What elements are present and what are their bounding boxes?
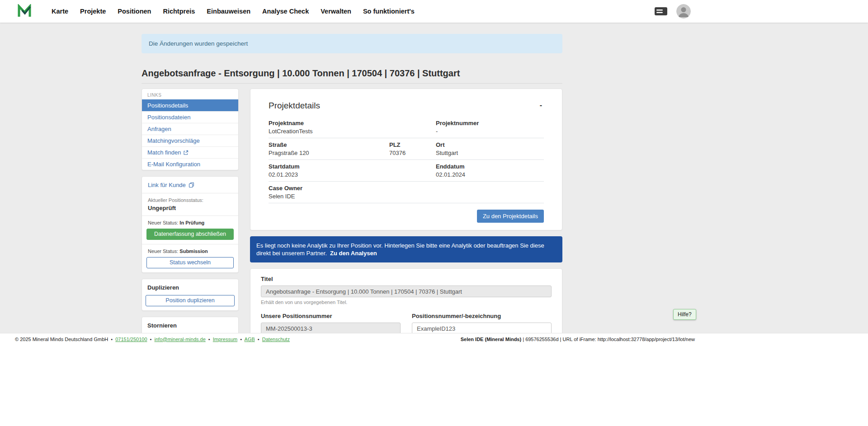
field-plz: PLZ 70376 bbox=[389, 141, 436, 156]
customer-link-section: Link für Kunde bbox=[142, 177, 238, 193]
sidebar-item-positionsdetails[interactable]: Positionsdetails bbox=[142, 99, 238, 111]
impressum-link[interactable]: Impressum bbox=[213, 337, 237, 342]
position-number-label: Positionsnummer/-bezeichnung bbox=[412, 313, 552, 319]
table-row: Case Owner Selen IDE bbox=[269, 182, 544, 203]
copyright-text: © 2025 Mineral Minds Deutschland GmbH bbox=[15, 337, 108, 342]
top-navbar: Karte Projekte Positionen Richtpreis Ein… bbox=[0, 0, 868, 23]
table-row: Projektname LotCreationTests Projektnumm… bbox=[269, 117, 544, 138]
field-strasse: Straße Pragstraße 120 bbox=[269, 141, 389, 156]
email-link[interactable]: info@mineral-minds.de bbox=[155, 337, 206, 342]
nav-item-einbauweisen[interactable]: Einbauweisen bbox=[207, 8, 250, 15]
navbar-right bbox=[654, 4, 691, 19]
next-status-label-1: Neuer Status: In Prüfung bbox=[146, 220, 234, 225]
field-value: LotCreationTests bbox=[269, 128, 436, 135]
field-value: Stuttgart bbox=[436, 150, 544, 156]
copy-icon bbox=[189, 182, 194, 188]
title-field-helper: Erhält den von uns vorgegebenen Titel. bbox=[261, 300, 552, 305]
nav-item-analyse-check[interactable]: Analyse Check bbox=[262, 8, 309, 15]
nav-item-positionen[interactable]: Positionen bbox=[118, 8, 151, 15]
field-case-owner: Case Owner Selen IDE bbox=[269, 185, 436, 200]
current-status-section: Aktueller Positionsstatus: Ungeprüft bbox=[142, 193, 238, 216]
customer-link[interactable]: Link für Kunde bbox=[146, 182, 194, 188]
table-row: Startdatum 02.01.2023 Enddatum 02.01.202… bbox=[269, 160, 544, 182]
project-details-card: Projektdetails - Projektname LotCreation… bbox=[250, 89, 562, 230]
next-status-value-2: Submission bbox=[179, 248, 208, 254]
field-value: 70376 bbox=[389, 150, 436, 156]
field-projektname: Projektname LotCreationTests bbox=[269, 120, 436, 135]
current-status-label: Aktueller Positionsstatus: bbox=[146, 197, 234, 203]
position-form-card: Titel Erhält den von uns vorgegebenen Ti… bbox=[250, 268, 562, 333]
sidebar-item-match-finden[interactable]: Match finden bbox=[142, 146, 238, 158]
our-position-number-label: Unsere Positionsnummer bbox=[261, 313, 401, 319]
user-avatar[interactable] bbox=[676, 4, 691, 19]
sidebar-links-card: LINKS Positionsdetails Positionsdateien … bbox=[142, 89, 239, 170]
switch-status-button[interactable]: Status wechseln bbox=[146, 257, 234, 268]
duplicate-position-button[interactable]: Position duplizieren bbox=[146, 295, 235, 306]
field-label: Case Owner bbox=[269, 185, 436, 192]
status-card: Link für Kunde Aktueller Positionsstatus… bbox=[142, 176, 239, 273]
server-icon[interactable] bbox=[654, 6, 668, 16]
field-label: PLZ bbox=[389, 141, 436, 148]
two-column-layout: LINKS Positionsdetails Positionsdateien … bbox=[142, 89, 562, 333]
field-value: Selen IDE bbox=[269, 193, 436, 200]
mineral-minds-logo-icon bbox=[17, 4, 32, 19]
analytics-banner-text: Es liegt noch keine Analytik zu Ihrer Po… bbox=[256, 242, 544, 257]
links-header: LINKS bbox=[142, 89, 238, 99]
agb-link[interactable]: AGB bbox=[245, 337, 255, 342]
content-container: Die Änderungen wurden gespeichert Angebo… bbox=[142, 23, 562, 333]
footer-separator: • bbox=[111, 337, 113, 342]
footer-separator: • bbox=[240, 337, 242, 342]
collapse-panel-button[interactable]: - bbox=[538, 101, 544, 110]
to-analyses-link[interactable]: Zu den Analysen bbox=[330, 250, 377, 257]
nav-item-richtpreis[interactable]: Richtpreis bbox=[163, 8, 195, 15]
field-startdatum: Startdatum 02.01.2023 bbox=[269, 163, 436, 178]
customer-link-label: Link für Kunde bbox=[148, 182, 186, 188]
next-status-section-2: Neuer Status: Submission Status wechseln bbox=[142, 244, 238, 272]
title-input[interactable] bbox=[261, 286, 552, 297]
nav-item-projekte[interactable]: Projekte bbox=[80, 8, 106, 15]
our-position-number-input[interactable] bbox=[261, 323, 401, 333]
footer: © 2025 Mineral Minds Deutschland GmbH • … bbox=[0, 333, 868, 345]
brand-logo[interactable] bbox=[17, 4, 32, 19]
main-nav: Karte Projekte Positionen Richtpreis Ein… bbox=[52, 8, 415, 15]
field-projektnummer: Projektnummer - bbox=[436, 120, 544, 135]
footer-separator: • bbox=[208, 337, 210, 342]
to-project-details-button[interactable]: Zu den Projektdetails bbox=[477, 210, 544, 223]
field-enddatum: Enddatum 02.01.2024 bbox=[436, 163, 544, 178]
complete-data-entry-button[interactable]: Datenerfassung abschließen bbox=[146, 229, 234, 240]
datenschutz-link[interactable]: Datenschutz bbox=[262, 337, 290, 342]
next-status-label-2: Neuer Status: Submission bbox=[146, 248, 234, 254]
field-label: Projektname bbox=[269, 120, 436, 126]
nav-item-karte[interactable]: Karte bbox=[52, 8, 68, 15]
sidebar-item-email-konfiguration[interactable]: E-Mail Konfiguration bbox=[142, 158, 238, 170]
footer-left: © 2025 Mineral Minds Deutschland GmbH • … bbox=[15, 337, 290, 342]
sidebar-item-anfragen[interactable]: Anfragen bbox=[142, 123, 238, 135]
cancel-card-title: Stornieren bbox=[146, 322, 235, 329]
person-icon bbox=[676, 4, 691, 19]
main-column: Projektdetails - Projektname LotCreation… bbox=[250, 89, 562, 333]
table-row: Straße Pragstraße 120 PLZ 70376 Ort Stut… bbox=[269, 138, 544, 160]
title-field-group: Titel Erhält den von uns vorgegebenen Ti… bbox=[261, 276, 552, 305]
sidebar-item-label: Match finden bbox=[147, 149, 181, 156]
next-status-section-1: Neuer Status: In Prüfung Datenerfassung … bbox=[142, 216, 238, 244]
footer-user: Selen IDE (Mineral Minds) bbox=[461, 337, 521, 342]
next-status-value-1: In Prüfung bbox=[179, 220, 204, 225]
position-number-group: Positionsnummer/-bezeichnung Z.B. Intern… bbox=[412, 313, 552, 333]
field-label: Projektnummer bbox=[436, 120, 544, 126]
success-alert: Die Änderungen wurden gespeichert bbox=[142, 34, 562, 53]
field-value: 02.01.2024 bbox=[436, 171, 544, 178]
field-label: Enddatum bbox=[436, 163, 544, 170]
project-details-title: Projektdetails bbox=[269, 101, 320, 111]
field-value: - bbox=[436, 128, 544, 135]
project-details-actions: Zu den Projektdetails bbox=[269, 203, 544, 223]
help-button[interactable]: Hilfe? bbox=[673, 309, 696, 320]
phone-link[interactable]: 07151/250100 bbox=[115, 337, 147, 342]
nav-item-verwalten[interactable]: Verwalten bbox=[321, 8, 351, 15]
footer-separator: • bbox=[150, 337, 152, 342]
position-number-input[interactable] bbox=[412, 323, 552, 333]
sidebar-item-positionsdateien[interactable]: Positionsdateien bbox=[142, 111, 238, 123]
field-value: 02.01.2023 bbox=[269, 171, 436, 178]
sidebar-item-matchingvorschlaege[interactable]: Matchingvorschläge bbox=[142, 135, 238, 146]
project-details-header: Projektdetails - bbox=[269, 101, 544, 111]
nav-item-so-funktionierts[interactable]: So funktioniert's bbox=[363, 8, 415, 15]
